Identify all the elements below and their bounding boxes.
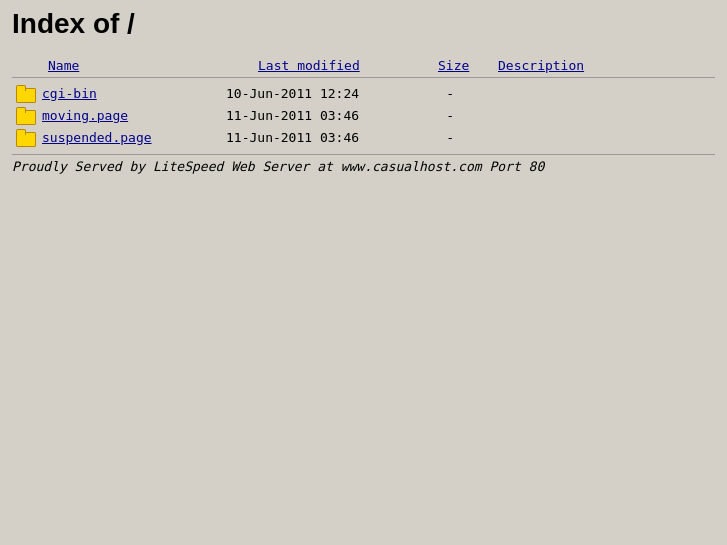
folder-icon bbox=[16, 128, 36, 146]
file-link[interactable]: cgi-bin bbox=[42, 86, 226, 101]
folder-icon bbox=[16, 106, 36, 124]
sort-description-link[interactable]: Description bbox=[498, 58, 584, 73]
footer-divider bbox=[12, 154, 715, 155]
table-header: Name Last modified Size Description bbox=[12, 56, 715, 78]
sort-size-link[interactable]: Size bbox=[438, 58, 469, 73]
file-modified: 10-Jun-2011 12:24 bbox=[226, 86, 406, 101]
table-row: moving.page11-Jun-2011 03:46- bbox=[12, 104, 715, 126]
table-row: cgi-bin10-Jun-2011 12:24- bbox=[12, 82, 715, 104]
file-modified: 11-Jun-2011 03:46 bbox=[226, 108, 406, 123]
folder-icon bbox=[16, 84, 36, 102]
file-list: cgi-bin10-Jun-2011 12:24-moving.page11-J… bbox=[12, 82, 715, 148]
file-size: - bbox=[406, 86, 466, 101]
file-size: - bbox=[406, 130, 466, 145]
sort-modified-link[interactable]: Last modified bbox=[258, 58, 360, 73]
file-size: - bbox=[406, 108, 466, 123]
page-heading: Index of / bbox=[12, 8, 715, 40]
footer-text: Proudly Served by LiteSpeed Web Server a… bbox=[12, 159, 715, 174]
file-link[interactable]: suspended.page bbox=[42, 130, 226, 145]
table-row: suspended.page11-Jun-2011 03:46- bbox=[12, 126, 715, 148]
sort-name-link[interactable]: Name bbox=[48, 58, 79, 73]
file-link[interactable]: moving.page bbox=[42, 108, 226, 123]
file-modified: 11-Jun-2011 03:46 bbox=[226, 130, 406, 145]
